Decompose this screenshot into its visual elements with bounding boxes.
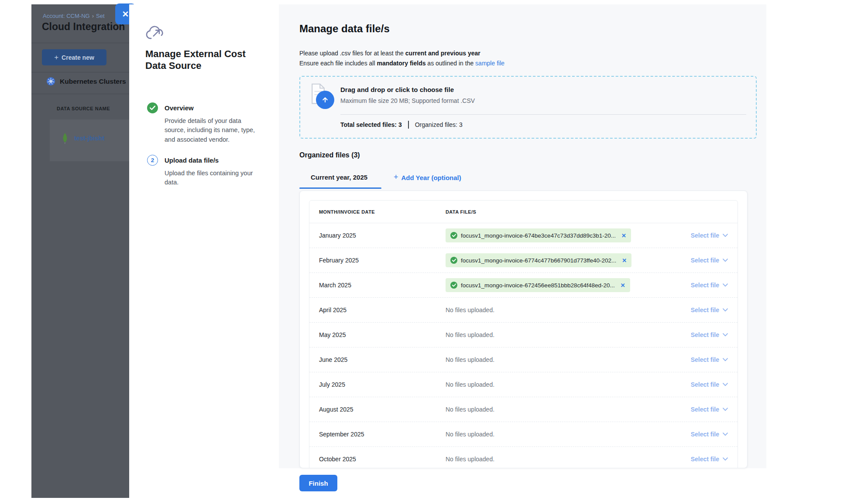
close-icon: ✕ [122,9,129,19]
active-tab-underline [299,187,381,189]
instr-line2-bold: mandatory fields [377,60,425,67]
file-chip: focusv1_mongo-invoice-672456ee851bbb28c6… [446,278,630,292]
file-success-check-icon [450,282,457,289]
file-dropzone[interactable]: Drag and drop or click to choose file Ma… [299,76,757,139]
sample-file-link[interactable]: sample file [475,60,504,67]
table-row: April 2025 No files uploaded. Select fil… [309,298,738,323]
upload-instructions: Please upload .csv files for at least th… [299,48,504,68]
step1-complete-check-icon [147,102,158,113]
organized-files-label: Organized files: [415,121,457,128]
data-source-name-link[interactable]: test-jbisht [74,135,104,142]
data-file-cell: No files uploaded. [446,306,691,313]
data-file-cell: No files uploaded. [446,331,691,338]
select-file-label: Select file [691,456,719,463]
chevron-down-icon [723,308,728,312]
empty-text: No files uploaded. [446,356,494,363]
file-name: focusv1_mongo-invoice-672456ee851bbb28c6… [461,282,615,289]
select-file-dropdown[interactable]: Select file [691,456,728,463]
data-source-row[interactable]: test-jbisht [62,133,104,144]
select-file-label: Select file [691,406,719,413]
chevron-down-icon [723,432,728,436]
chevron-down-icon [723,383,728,386]
select-file-label: Select file [691,356,719,363]
divider [31,94,129,94]
file-chip: focusv1_mongo-invoice-6774c477b667901d77… [446,253,631,267]
empty-text: No files uploaded. [446,431,494,438]
column-header-month: MONTH/INVOICE DATE [319,209,446,215]
divider [31,43,129,43]
tab-current-year[interactable]: Current year, 2025 [311,174,367,181]
tab-kubernetes-clusters[interactable]: Kubernetes Clusters [46,77,126,86]
month-cell: April 2025 [319,306,446,313]
drawer-title: Manage External Cost Data Source [145,48,260,72]
remove-file-icon[interactable]: ✕ [621,282,625,289]
select-file-dropdown[interactable]: Select file [691,356,728,363]
create-new-label: Create new [62,54,94,61]
table-row: July 2025 No files uploaded. Select file [309,372,738,397]
table-body: January 2025 focusv1_mongo-invoice-674be… [309,223,738,468]
month-cell: September 2025 [319,431,446,438]
data-file-cell: No files uploaded. [446,406,691,413]
select-file-dropdown[interactable]: Select file [691,381,728,388]
empty-text: No files uploaded. [446,381,494,388]
month-cell: July 2025 [319,381,446,388]
select-file-dropdown[interactable]: Select file [691,431,728,438]
select-file-dropdown[interactable]: Select file [691,232,728,239]
drawer-sidebar: Manage External Cost Data Source Overvie… [129,4,279,498]
select-file-label: Select file [691,282,719,289]
select-file-dropdown[interactable]: Select file [691,306,728,313]
month-cell: August 2025 [319,406,446,413]
empty-text: No files uploaded. [446,306,494,313]
dropzone-subtitle: Maximum file size 20 MB; Supported forma… [340,97,475,104]
drawer-main-area: Manage data file/s Please upload .csv fi… [279,4,766,468]
plus-icon: + [54,53,58,62]
dimmed-background-page: Account: CCM-NG›Set Cloud Integration + … [31,4,129,498]
organized-files-value: 3 [459,121,463,128]
breadcrumb-account-link[interactable]: Account: CCM-NG [43,13,90,19]
table-row: May 2025 No files uploaded. Select file [309,323,738,347]
kubernetes-icon [46,77,55,86]
remove-file-icon[interactable]: ✕ [621,232,626,239]
select-file-label: Select file [691,232,719,239]
finish-button[interactable]: Finish [299,475,337,491]
column-header-data-files: DATA FILE/S [446,209,476,215]
chevron-down-icon [723,333,728,337]
month-cell: October 2025 [319,456,446,463]
instr-line1-bold: current and previous year [405,50,480,57]
select-file-dropdown[interactable]: Select file [691,406,728,413]
step2-description: Upload the files containing your data. [165,169,261,187]
data-file-cell: focusv1_mongo-invoice-6774c477b667901d77… [446,253,691,267]
chevron-down-icon [723,408,728,411]
create-new-button[interactable]: + Create new [42,49,106,65]
data-file-cell: No files uploaded. [446,431,691,438]
select-file-dropdown[interactable]: Select file [691,257,728,264]
table-row: March 2025 focusv1_mongo-invoice-672456e… [309,273,738,298]
dropzone-title: Drag and drop or click to choose file [340,86,454,93]
table-row: September 2025 No files uploaded. Select… [309,422,738,447]
breadcrumb-trail-link[interactable]: Set [96,13,105,19]
select-file-dropdown[interactable]: Select file [691,331,728,338]
organized-files-card: MONTH/INVOICE DATE DATA FILE/S January 2… [299,191,748,468]
chevron-down-icon [723,457,728,461]
add-year-button[interactable]: + Add Year (optional) [394,174,461,182]
upload-arrow-icon [316,91,334,109]
select-file-dropdown[interactable]: Select file [691,282,728,289]
months-table: MONTH/INVOICE DATE DATA FILE/S January 2… [309,200,738,468]
select-file-label: Select file [691,331,719,338]
step2-label[interactable]: Upload data file/s [165,157,219,164]
month-cell: March 2025 [319,282,446,289]
main-heading: Manage data file/s [299,23,390,35]
empty-text: No files uploaded. [446,331,494,338]
table-header-row: MONTH/INVOICE DATE DATA FILE/S [309,201,738,223]
remove-file-icon[interactable]: ✕ [622,257,627,264]
organized-files-heading: Organized files (3) [299,151,360,159]
data-file-cell: focusv1_mongo-invoice-672456ee851bbb28c6… [446,278,691,292]
select-file-label: Select file [691,431,719,438]
data-file-cell: No files uploaded. [446,356,691,363]
chevron-down-icon [723,259,728,262]
file-chip: focusv1_mongo-invoice-674be3ce47c73d37dd… [446,228,631,242]
step1-label[interactable]: Overview [165,104,194,112]
tab-kubernetes-label: Kubernetes Clusters [60,78,126,85]
breadcrumb: Account: CCM-NG›Set [43,13,105,19]
select-file-label: Select file [691,381,719,388]
